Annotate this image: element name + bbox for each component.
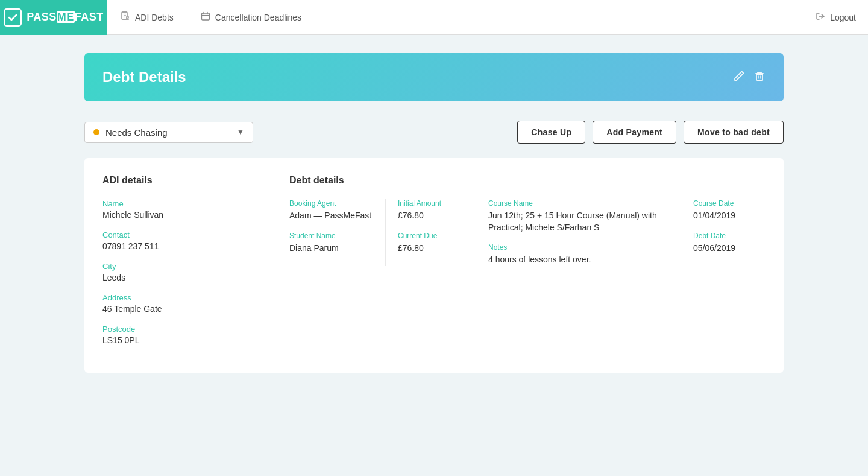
debt-col-booking: Booking Agent Adam — PassMeFast Student … xyxy=(289,199,386,266)
adi-postcode-label: Postcode xyxy=(102,325,253,334)
trash-icon xyxy=(753,70,766,82)
logout-icon xyxy=(816,11,825,23)
adi-name-value: Michele Sullivan xyxy=(102,210,253,220)
nav-tab-adi-debts[interactable]: $ ADI Debts xyxy=(107,0,187,35)
debt-date-label: Debt Date xyxy=(693,232,766,240)
svg-rect-11 xyxy=(756,74,763,80)
add-payment-button[interactable]: Add Payment xyxy=(593,121,676,144)
course-name-label: Course Name xyxy=(488,199,668,208)
svg-rect-6 xyxy=(201,13,209,20)
notes-label: Notes xyxy=(488,243,668,252)
content-panels: ADI details Name Michele Sullivan Contac… xyxy=(84,158,784,373)
debt-date-value: 05/06/2019 xyxy=(693,243,766,255)
logo[interactable]: PASSMEFAST xyxy=(0,0,107,35)
initial-amount-label: Initial Amount xyxy=(398,199,464,208)
nav-tab-adi-debts-label: ADI Debts xyxy=(135,13,174,22)
adi-panel: ADI details Name Michele Sullivan Contac… xyxy=(84,158,271,373)
pencil-icon xyxy=(733,70,745,82)
adi-postcode-field: Postcode LS15 0PL xyxy=(102,325,253,345)
header-card: Debt Details xyxy=(84,53,784,101)
main-content: Debt Details Needs Chasing xyxy=(0,35,868,391)
header-action-buttons xyxy=(733,70,766,85)
adi-contact-value: 07891 237 511 xyxy=(102,241,253,251)
initial-amount-value: £76.80 xyxy=(398,210,464,222)
student-name-value: Diana Parum xyxy=(289,243,373,255)
adi-address-field: Address 46 Temple Gate xyxy=(102,293,253,314)
adi-city-field: City Leeds xyxy=(102,262,253,282)
adi-postcode-value: LS15 0PL xyxy=(102,335,253,345)
student-name-label: Student Name xyxy=(289,232,373,240)
navbar: PASSMEFAST $ ADI Debts xyxy=(0,0,868,35)
logo-check-box xyxy=(4,8,22,27)
booking-agent-value: Adam — PassMeFast xyxy=(289,210,373,222)
chevron-down-icon: ▼ xyxy=(237,128,244,136)
calendar-icon xyxy=(201,11,210,23)
logout-label: Logout xyxy=(830,13,856,22)
adi-city-value: Leeds xyxy=(102,273,253,282)
edit-button[interactable] xyxy=(733,70,745,85)
action-buttons: Chase Up Add Payment Move to bad debt xyxy=(517,121,784,144)
debt-panel: Debt details Booking Agent Adam — PassMe… xyxy=(271,158,784,373)
chase-up-button[interactable]: Chase Up xyxy=(517,121,585,144)
debt-col-dates: Course Date 01/04/2019 Debt Date 05/06/2… xyxy=(693,199,766,266)
adi-panel-title: ADI details xyxy=(102,175,253,186)
notes-value: 4 hours of lessons left over. xyxy=(488,254,668,266)
debt-panel-title: Debt details xyxy=(289,175,766,186)
current-due-label: Current Due xyxy=(398,232,464,240)
debt-col-amounts: Initial Amount £76.80 Current Due £76.80 xyxy=(398,199,476,266)
course-name-value: Jun 12th; 25 + 15 Hour Course (Manual) w… xyxy=(488,210,668,233)
nav-tab-cancellation-deadlines[interactable]: Cancellation Deadlines xyxy=(187,0,315,35)
logout-button[interactable]: Logout xyxy=(804,11,868,23)
status-dot xyxy=(93,129,99,135)
course-date-value: 01/04/2019 xyxy=(693,210,766,222)
adi-contact-field: Contact 07891 237 511 xyxy=(102,230,253,251)
page-title: Debt Details xyxy=(102,69,186,86)
adi-city-label: City xyxy=(102,262,253,271)
course-date-label: Course Date xyxy=(693,199,766,208)
status-dropdown[interactable]: Needs Chasing ▼ xyxy=(84,122,253,143)
logo-text: PASSMEFAST xyxy=(27,11,104,24)
nav-tab-cancellation-label: Cancellation Deadlines xyxy=(215,13,301,22)
debt-col-course: Course Name Jun 12th; 25 + 15 Hour Cours… xyxy=(488,199,681,266)
move-to-bad-debt-button[interactable]: Move to bad debt xyxy=(684,121,784,144)
status-label: Needs Chasing xyxy=(105,127,231,138)
svg-text:$: $ xyxy=(127,16,129,20)
adi-contact-label: Contact xyxy=(102,230,253,240)
adi-name-field: Name Michele Sullivan xyxy=(102,199,253,220)
current-due-value: £76.80 xyxy=(398,243,464,255)
document-icon: $ xyxy=(121,11,130,23)
adi-address-label: Address xyxy=(102,293,253,302)
booking-agent-label: Booking Agent xyxy=(289,199,373,208)
debt-grid: Booking Agent Adam — PassMeFast Student … xyxy=(289,199,766,266)
nav-tabs: $ ADI Debts Cancellation Deadlines xyxy=(107,0,315,35)
adi-address-value: 46 Temple Gate xyxy=(102,304,253,314)
delete-button[interactable] xyxy=(753,70,766,85)
adi-name-label: Name xyxy=(102,199,253,208)
action-row: Needs Chasing ▼ Chase Up Add Payment Mov… xyxy=(84,121,784,144)
